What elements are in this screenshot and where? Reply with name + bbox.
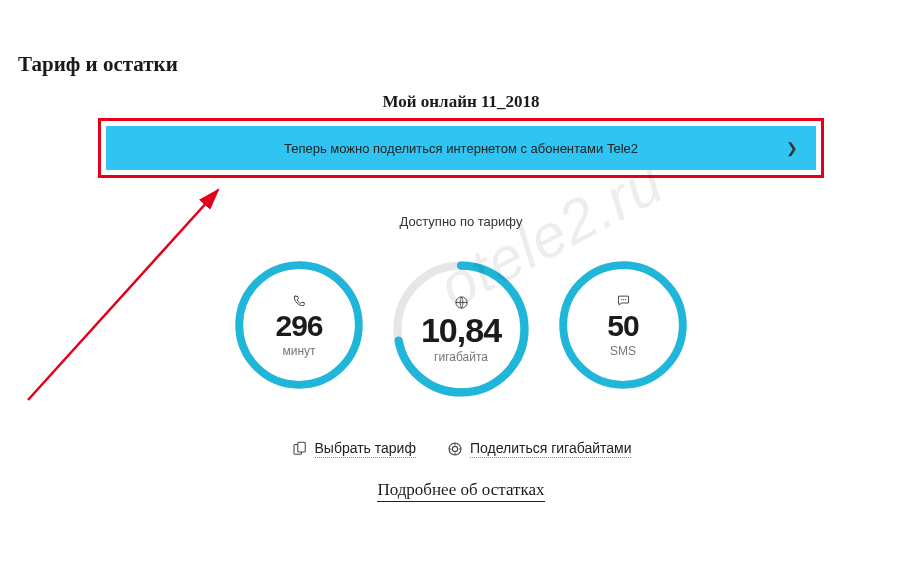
- balances-row: 296 минут 10,84 гигабайта 50 SMS: [0, 260, 922, 398]
- tariff-name: Мой онлайн 11_2018: [0, 92, 922, 112]
- balance-sms[interactable]: 50 SMS: [558, 260, 688, 390]
- progress-ring: [234, 260, 364, 390]
- share-gb-label: Поделиться гигабайтами: [470, 440, 632, 458]
- share-gb-link[interactable]: Поделиться гигабайтами: [446, 440, 632, 458]
- chevron-right-icon: ❯: [786, 140, 798, 156]
- svg-point-14: [452, 446, 457, 451]
- balance-minutes[interactable]: 296 минут: [234, 260, 364, 390]
- svg-point-2: [239, 265, 359, 385]
- svg-point-7: [563, 265, 683, 385]
- banner-text: Теперь можно поделиться интернетом с або…: [284, 141, 638, 156]
- more-details-link[interactable]: Подробнее об остатках: [377, 480, 544, 502]
- available-label: Доступно по тарифу: [0, 214, 922, 229]
- progress-ring: [392, 260, 530, 398]
- share-icon: [446, 440, 464, 458]
- choose-tariff-label: Выбрать тариф: [315, 440, 416, 458]
- share-internet-banner[interactable]: Теперь можно поделиться интернетом с або…: [106, 126, 816, 170]
- tariff-icon: [291, 440, 309, 458]
- page-title: Тариф и остатки: [18, 52, 178, 77]
- balance-data[interactable]: 10,84 гигабайта: [392, 260, 530, 398]
- choose-tariff-link[interactable]: Выбрать тариф: [291, 440, 416, 458]
- action-links: Выбрать тариф Поделиться гигабайтами: [0, 440, 922, 458]
- progress-ring: [558, 260, 688, 390]
- svg-rect-12: [297, 442, 305, 452]
- more-details: Подробнее об остатках: [0, 480, 922, 500]
- banner-highlight-frame: Теперь можно поделиться интернетом с або…: [98, 118, 824, 178]
